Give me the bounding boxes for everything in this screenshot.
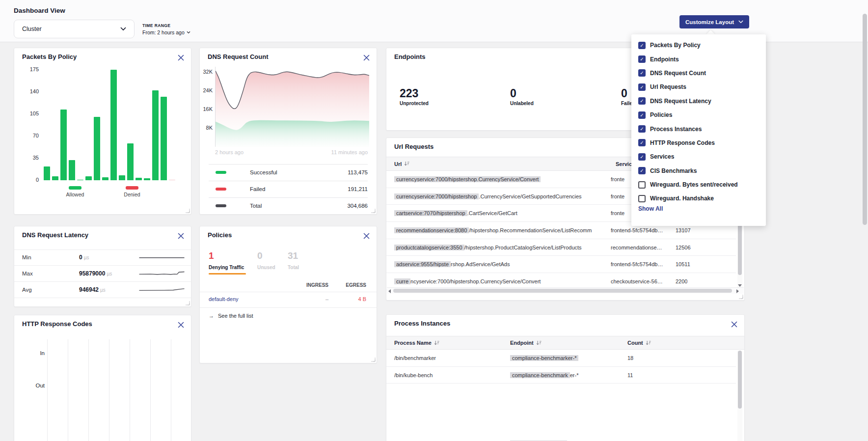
resize-handle[interactable] <box>186 209 190 213</box>
latency-value: 946942µs <box>79 286 106 293</box>
y-axis-tick: 8K <box>198 125 213 131</box>
stat-denying-traffic[interactable]: 1 Denying Traffic <box>209 250 244 270</box>
table-row[interactable]: benchmarkercompliance-benchmarker-*9 <box>386 435 736 441</box>
x-axis-start-label: 2 hours ago <box>215 149 244 155</box>
customize-layout-menu: ✓Packets By Policy✓Endpoints✓DNS Request… <box>631 34 766 226</box>
see-full-list-link[interactable]: → See the full list <box>209 313 253 319</box>
table-row[interactable]: /bin/kube-benchcompliance-benchmarker-*1… <box>386 367 736 384</box>
menu-item-cis-benchmarks[interactable]: ✓CIS Benchmarks <box>631 164 766 178</box>
column-header-process-name[interactable]: Process Name <box>394 340 439 346</box>
checkbox-icon[interactable] <box>638 181 646 189</box>
menu-item-packets-by-policy[interactable]: ✓Packets By Policy <box>631 38 766 52</box>
menu-item-label: Wireguard. Bytes sent/received <box>650 181 738 188</box>
bar <box>102 177 108 180</box>
card-packets-by-policy: Packets By Policy 17514010570350 Allowed… <box>14 48 191 215</box>
close-icon[interactable] <box>176 320 185 329</box>
checkbox-icon[interactable]: ✓ <box>638 111 646 119</box>
card-title: DNS Request Count <box>208 53 269 60</box>
total-swatch <box>216 204 226 207</box>
bar <box>69 160 75 180</box>
sort-icon <box>404 161 409 166</box>
stat-unprotected: 223 Unprotected <box>400 87 429 106</box>
arrow-right-icon: → <box>209 313 214 319</box>
legend-denied: Denied <box>113 186 151 197</box>
bar <box>161 97 167 180</box>
close-icon[interactable] <box>176 53 185 62</box>
time-range-label: TIME RANGE <box>142 23 190 28</box>
vertical-scrollbar[interactable] <box>737 351 742 441</box>
latency-label: Avg <box>22 287 52 293</box>
menu-item-wireguard-handshake[interactable]: Wireguard. Handshake <box>631 192 766 205</box>
y-axis-tick: 32K <box>198 69 213 75</box>
bar <box>52 176 58 180</box>
table-row[interactable]: productcatalogservice:3550/hipstershop.P… <box>386 239 736 256</box>
checkbox-icon[interactable]: ✓ <box>638 139 646 146</box>
y-axis-tick: 24K <box>198 87 213 93</box>
checkbox-icon[interactable]: ✓ <box>638 125 646 133</box>
stat-total[interactable]: 31 Total <box>288 250 299 270</box>
column-header-count[interactable]: Count <box>627 340 651 346</box>
legend-row-successful: Successful 113,475 <box>209 164 368 181</box>
checkbox-icon[interactable]: ✓ <box>638 42 646 49</box>
resize-handle[interactable] <box>186 301 190 305</box>
column-header-endpoint[interactable]: Endpoint <box>510 340 542 346</box>
column-header-egress: EGRESS <box>343 282 366 288</box>
count-cell: 18 <box>627 355 633 361</box>
url-cell: currencyservice:7000/hipstershop.Currenc… <box>394 176 611 182</box>
view-selector[interactable]: Cluster <box>14 20 135 38</box>
divider <box>200 292 377 292</box>
column-header-url[interactable]: Url <box>394 161 409 167</box>
checkbox-icon[interactable]: ✓ <box>638 167 646 174</box>
menu-item-dns-request-count[interactable]: ✓DNS Request Count <box>631 66 766 80</box>
checkbox-icon[interactable]: ✓ <box>638 69 646 77</box>
checkbox-icon[interactable] <box>638 195 646 202</box>
horizontal-scrollbar[interactable] <box>387 287 744 294</box>
checkbox-icon[interactable]: ✓ <box>638 83 646 91</box>
table-header: Process Name Endpoint Count <box>386 336 744 350</box>
resize-handle[interactable] <box>371 358 376 362</box>
checkbox-icon[interactable]: ✓ <box>638 97 646 105</box>
service-cell: frontend-5fc5754db… <box>611 261 676 267</box>
table-row[interactable]: adservice:9555/hipstershop.AdService/Get… <box>386 256 736 273</box>
customize-layout-button[interactable]: Customize Layout <box>679 15 749 28</box>
menu-item-policies[interactable]: ✓Policies <box>631 108 766 122</box>
legend-row-total: Total 304,686 <box>209 197 368 214</box>
menu-item-services[interactable]: ✓Services <box>631 150 766 164</box>
close-icon[interactable] <box>362 231 371 240</box>
url-cell: currencyservice:7000/hipstershop.Currenc… <box>394 278 611 284</box>
close-icon[interactable] <box>176 231 185 240</box>
table-body: /bin/benchmarkercompliance-benchmarker-*… <box>386 350 736 384</box>
checkbox-icon[interactable]: ✓ <box>638 55 646 63</box>
menu-item-dns-request-latency[interactable]: ✓DNS Request Latency <box>631 94 766 108</box>
denied-swatch <box>126 186 138 190</box>
url-highlight: productcatalogservice:3550 <box>394 245 464 250</box>
menu-item-wireguard-bytes-sent-received[interactable]: Wireguard. Bytes sent/received <box>631 178 766 192</box>
bar <box>60 110 67 180</box>
page-scrollbar[interactable] <box>863 14 867 225</box>
menu-item-http-response-codes[interactable]: ✓HTTP Response Codes <box>631 136 766 150</box>
close-icon[interactable] <box>730 320 738 329</box>
policy-link-default-deny[interactable]: default-deny <box>209 296 239 302</box>
time-range-value[interactable]: From: 2 hours ago <box>142 29 190 35</box>
checkbox-icon[interactable]: ✓ <box>638 153 646 161</box>
bar <box>44 166 50 180</box>
menu-item-label: HTTP Response Codes <box>650 139 715 146</box>
resize-handle[interactable] <box>739 295 743 299</box>
url-cell: cartservice:7070/hipstershop.CartService… <box>394 210 611 216</box>
table-row[interactable]: /bin/benchmarkercompliance-benchmarker-*… <box>386 350 736 367</box>
menu-item-endpoints[interactable]: ✓Endpoints <box>631 52 766 66</box>
stat-unused[interactable]: 0 Unused <box>257 250 275 270</box>
menu-item-process-instances[interactable]: ✓Process Instances <box>631 122 766 136</box>
latency-row-avg: Avg946942µs <box>14 282 191 298</box>
resize-handle[interactable] <box>371 209 376 213</box>
menu-item-label: Process Instances <box>650 126 702 133</box>
legend-row-failed: Failed 191,211 <box>209 181 368 197</box>
show-all-link[interactable]: Show All <box>638 205 663 212</box>
chevron-down-icon <box>738 20 743 24</box>
count-cell: 13107 <box>676 227 691 233</box>
active-tab-indicator <box>209 273 246 275</box>
y-axis-tick: 16K <box>198 106 213 112</box>
menu-item-url-requests[interactable]: ✓Url Requests <box>631 80 766 94</box>
close-icon[interactable] <box>362 53 371 62</box>
bar <box>110 70 117 180</box>
